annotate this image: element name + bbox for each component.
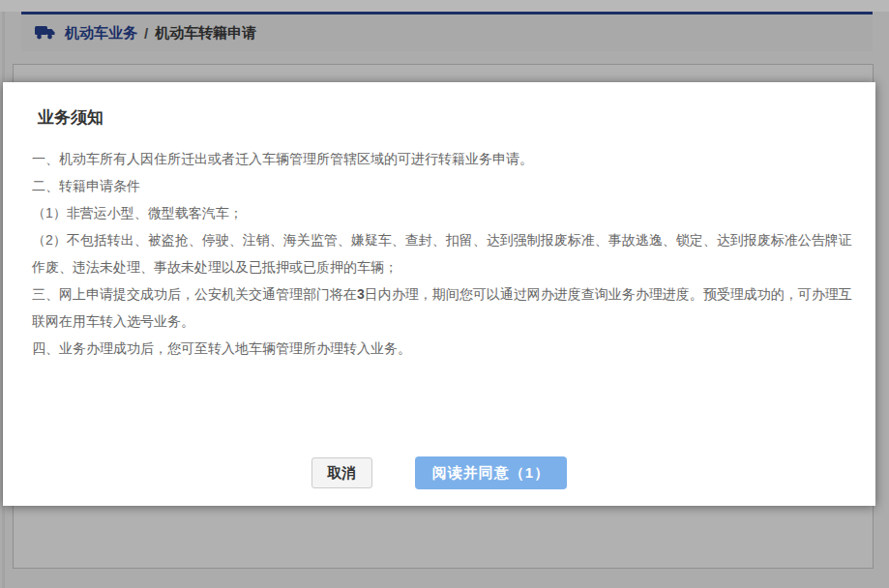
- read-and-agree-button[interactable]: 阅读并同意（1）: [415, 456, 567, 489]
- modal-button-row: 取消 阅读并同意（1）: [3, 456, 875, 489]
- notice-body: 一、机动车所有人因住所迁出或者迁入车辆管理所管辖区域的可进行转籍业务申请。 二、…: [32, 145, 864, 362]
- notice-item-1: 一、机动车所有人因住所迁出或者迁入车辆管理所管辖区域的可进行转籍业务申请。: [32, 145, 864, 172]
- cancel-button[interactable]: 取消: [311, 457, 372, 488]
- business-notice-modal: 业务须知 一、机动车所有人因住所迁出或者迁入车辆管理所管辖区域的可进行转籍业务申…: [3, 82, 875, 506]
- notice-item-2-sub1: （1）非营运小型、微型载客汽车；: [32, 199, 864, 226]
- notice-bold-days: 3: [357, 286, 365, 302]
- notice-item-3: 三、网上申请提交成功后，公安机关交通管理部门将在3日内办理，期间您可以通过网办进…: [32, 280, 864, 335]
- notice-item-2-sub2: （2）不包括转出、被盗抢、停驶、注销、海关监管、嫌疑车、查封、扣留、达到强制报废…: [32, 226, 864, 280]
- modal-title: 业务须知: [38, 106, 864, 129]
- notice-item-2: 二、转籍申请条件: [32, 172, 864, 199]
- notice-item-4: 四、业务办理成功后，您可至转入地车辆管理所办理转入业务。: [32, 335, 864, 362]
